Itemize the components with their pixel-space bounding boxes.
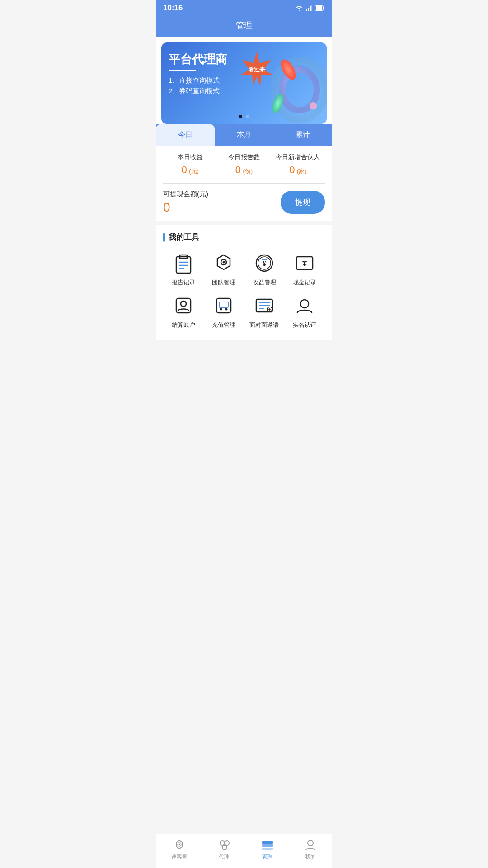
banner[interactable]: 平台代理商 1、直接查询模式 2、券码查询模式 看过来 <box>161 42 327 124</box>
tool-team-manage[interactable]: 团队管理 <box>204 251 244 287</box>
cash-icon: ¥ <box>293 251 316 275</box>
status-time: 10:16 <box>163 4 183 13</box>
signal-icon <box>306 5 312 11</box>
tool-real-name-verify[interactable]: 实名认证 <box>285 294 325 329</box>
account-icon <box>172 294 195 317</box>
stats-grid: 本日收益 0 (元) 今日报告数 0 (份) 今日新增合伙人 0 (家) <box>156 146 332 183</box>
tools-title: 我的工具 <box>169 232 199 242</box>
nav-profile-label: 我的 <box>305 853 316 861</box>
stat-daily-reports-label: 今日报告数 <box>217 153 271 161</box>
wifi-icon <box>295 5 303 11</box>
stat-daily-income-label: 本日收益 <box>163 153 217 161</box>
svg-point-28 <box>181 301 186 307</box>
nav-agent[interactable]: 代理 <box>218 839 230 861</box>
stat-daily-partners-unit: (家) <box>297 168 307 175</box>
header-title: 管理 <box>236 21 252 30</box>
stat-daily-reports-value: 0 <box>235 164 241 175</box>
svg-rect-0 <box>306 9 307 11</box>
tabs-container: 今日 本月 累计 <box>156 124 332 146</box>
tool-cash-records[interactable]: ¥ 现金记录 <box>285 251 325 287</box>
svg-rect-5 <box>316 6 322 10</box>
tab-month[interactable]: 本月 <box>215 124 273 146</box>
tools-header: 我的工具 <box>163 232 325 242</box>
svg-point-19 <box>223 261 225 264</box>
tool-income-manage[interactable]: ¥ 收益管理 <box>244 251 285 287</box>
tools-grid: 报告记录 团队管理 ¥ 收益管理 <box>163 251 325 329</box>
banner-container: 平台代理商 1、直接查询模式 2、券码查询模式 看过来 <box>156 37 332 124</box>
stat-daily-partners: 今日新增合伙人 0 (家) <box>271 153 325 176</box>
banner-underline <box>169 70 196 71</box>
tool-settlement-account[interactable]: 结算账户 <box>163 294 204 329</box>
status-bar: 10:16 <box>156 0 332 15</box>
tool-cash-records-label: 现金记录 <box>293 278 316 287</box>
tool-face-invite-label: 面对面邀请 <box>249 321 279 329</box>
banner-decoration <box>250 45 327 124</box>
tool-face-invite[interactable]: 面对面邀请 <box>244 294 285 329</box>
verify-icon <box>293 294 316 317</box>
tool-report-records-label: 报告记录 <box>172 278 195 287</box>
svg-point-32 <box>225 308 228 311</box>
svg-point-31 <box>220 308 222 311</box>
tools-section: 我的工具 报告记录 <box>156 225 332 340</box>
tool-team-manage-label: 团队管理 <box>212 278 235 287</box>
nav-manage[interactable]: 管理 <box>261 839 274 861</box>
agent-icon <box>218 839 230 851</box>
clipboard-icon <box>172 251 195 275</box>
banner-dot-1 <box>239 115 242 118</box>
svg-point-45 <box>222 845 227 850</box>
svg-rect-46 <box>262 841 273 844</box>
withdraw-value: 0 <box>163 200 208 215</box>
svg-rect-2 <box>310 6 311 11</box>
tool-settlement-account-label: 结算账户 <box>172 321 195 329</box>
tool-recharge-manage-label: 充值管理 <box>212 321 235 329</box>
withdraw-button[interactable]: 提现 <box>281 191 325 214</box>
svg-point-49 <box>308 840 313 846</box>
svg-text:¥: ¥ <box>303 259 306 267</box>
status-icons <box>295 5 325 11</box>
recharge-icon <box>212 294 235 317</box>
manage-icon <box>261 839 274 851</box>
svg-point-12 <box>310 102 317 109</box>
svg-point-42 <box>178 844 180 845</box>
tab-total[interactable]: 累计 <box>273 124 332 146</box>
stat-daily-reports-unit: (份) <box>243 168 253 175</box>
svg-rect-1 <box>308 8 309 11</box>
tool-income-manage-label: 收益管理 <box>253 278 276 287</box>
nav-profile[interactable]: 我的 <box>304 839 317 861</box>
svg-point-44 <box>225 841 229 845</box>
tool-recharge-manage[interactable]: 充值管理 <box>204 294 244 329</box>
tools-bar-decoration <box>163 233 165 242</box>
stat-daily-income-value: 0 <box>181 164 187 175</box>
stats-section: 今日 本月 累计 本日收益 0 (元) 今日报告数 0 (份) 今日新增合伙人 <box>156 124 332 221</box>
withdraw-row: 可提现金额(元) 0 提现 <box>156 184 332 221</box>
banner-dot-2 <box>246 115 249 118</box>
svg-rect-30 <box>219 302 228 307</box>
withdraw-info: 可提现金额(元) 0 <box>163 190 208 215</box>
stat-daily-income-unit: (元) <box>189 168 199 175</box>
svg-text:¥: ¥ <box>263 259 266 267</box>
tab-today[interactable]: 今日 <box>156 124 215 146</box>
withdraw-label: 可提现金额(元) <box>163 190 208 198</box>
speed-query-icon <box>173 839 186 851</box>
stat-daily-reports: 今日报告数 0 (份) <box>217 153 271 176</box>
nav-speed-query-label: 速客查 <box>171 853 188 861</box>
bottom-nav: 速客查 代理 管理 我的 <box>156 834 332 868</box>
svg-point-43 <box>220 841 225 845</box>
stat-daily-partners-label: 今日新增合伙人 <box>271 153 325 161</box>
svg-point-40 <box>300 300 309 308</box>
team-icon <box>212 251 235 275</box>
tool-report-records[interactable]: 报告记录 <box>163 251 204 287</box>
stat-daily-income: 本日收益 0 (元) <box>163 153 217 176</box>
battery-icon <box>315 5 325 11</box>
svg-rect-48 <box>262 848 273 850</box>
header: 管理 <box>156 15 332 37</box>
tool-real-name-verify-label: 实名认证 <box>293 321 316 329</box>
banner-3d-shape <box>250 45 327 124</box>
nav-manage-label: 管理 <box>262 853 273 861</box>
nav-speed-query[interactable]: 速客查 <box>171 839 188 861</box>
income-icon: ¥ <box>253 251 276 275</box>
stat-daily-partners-value: 0 <box>289 164 295 175</box>
svg-rect-29 <box>216 298 231 313</box>
profile-icon <box>304 839 317 851</box>
nav-agent-label: 代理 <box>219 853 230 861</box>
